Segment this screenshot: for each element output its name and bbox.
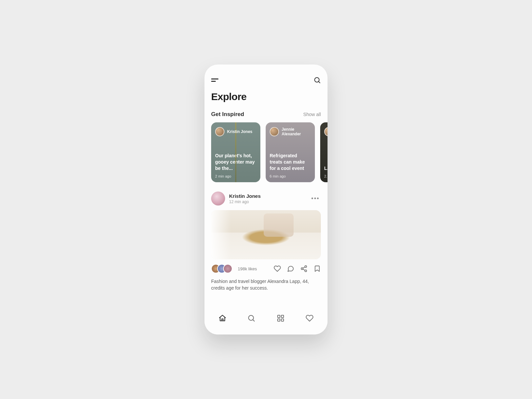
svg-rect-12	[281, 319, 284, 321]
heart-icon[interactable]	[274, 265, 281, 272]
post-actions-row: 198k likes	[211, 264, 321, 273]
avatar	[270, 127, 279, 136]
post-header: Kristin Jones 12 min ago •••	[211, 192, 321, 205]
liker-avatars[interactable]	[211, 264, 232, 273]
avatar[interactable]	[211, 192, 225, 205]
search-icon	[247, 314, 255, 322]
heart-icon	[306, 314, 314, 322]
tab-grid[interactable]	[273, 311, 288, 327]
avatar	[223, 264, 232, 273]
svg-line-5	[303, 267, 305, 268]
svg-line-8	[253, 320, 255, 322]
phone-frame: Explore Get Inspired Show all Kristin Jo…	[204, 65, 328, 334]
section-header: Get Inspired Show all	[211, 111, 321, 118]
card-time: 2 min ago	[215, 174, 256, 178]
page-title: Explore	[211, 91, 321, 102]
post-caption: Fashion and travel blogger Alexandra Lap…	[211, 278, 321, 292]
share-icon[interactable]	[300, 265, 308, 272]
more-options-icon[interactable]: •••	[310, 194, 321, 203]
post-image[interactable]	[211, 210, 321, 259]
section-title: Get Inspired	[211, 111, 244, 118]
card-title: Refrigerated treats can make for a cool …	[270, 153, 311, 172]
post-author-name[interactable]: Kristin Jones	[229, 193, 261, 199]
post-time: 12 min ago	[229, 200, 261, 204]
svg-rect-11	[278, 319, 280, 321]
avatar	[324, 127, 328, 136]
top-bar	[211, 73, 321, 91]
comment-icon[interactable]	[287, 265, 294, 272]
inspiration-cards-row[interactable]: Kristin Jones Our planet's hot, gooey ce…	[211, 122, 328, 182]
card-time: 2...	[324, 174, 328, 178]
card-author-name: Kristin Jones	[227, 129, 252, 134]
card-author: L	[324, 127, 328, 136]
avatar	[215, 127, 224, 136]
card-author: Jennie Alexander	[270, 127, 311, 137]
search-icon[interactable]	[314, 76, 321, 85]
show-all-link[interactable]: Show all	[303, 112, 321, 117]
menu-icon[interactable]	[211, 78, 218, 83]
svg-line-6	[303, 269, 305, 270]
svg-rect-10	[281, 315, 284, 318]
card-time: 6 min ago	[270, 174, 311, 178]
card-title: L... f... t...	[324, 165, 328, 172]
card-author-name: Jennie Alexander	[282, 127, 311, 137]
bottom-tab-bar	[204, 309, 328, 334]
grid-icon	[277, 314, 285, 322]
screen-content: Explore Get Inspired Show all Kristin Jo…	[204, 65, 328, 309]
tab-home[interactable]	[215, 311, 230, 327]
inspiration-card[interactable]: L L... f... t... 2...	[320, 122, 328, 182]
likes-count[interactable]: 198k likes	[238, 266, 257, 271]
svg-line-1	[319, 81, 320, 83]
tab-search[interactable]	[244, 311, 259, 327]
home-icon	[218, 314, 226, 322]
inspiration-card[interactable]: Jennie Alexander Refrigerated treats can…	[266, 122, 315, 182]
bookmark-icon[interactable]	[314, 265, 321, 272]
tab-favorites[interactable]	[302, 311, 317, 327]
inspiration-card[interactable]: Kristin Jones Our planet's hot, gooey ce…	[211, 122, 260, 182]
feed-post: Kristin Jones 12 min ago ••• 198k likes	[211, 192, 321, 292]
svg-rect-9	[278, 315, 280, 318]
